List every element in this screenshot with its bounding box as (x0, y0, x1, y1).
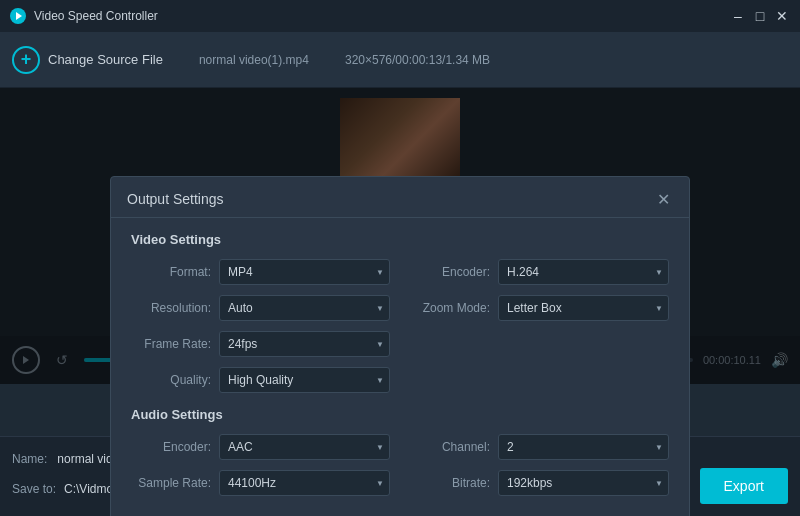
maximize-button[interactable]: □ (752, 8, 768, 24)
main-area: ↺ 00:00:10.11 🔊 Output Settings ✕ Video … (0, 88, 800, 384)
modal-overlay: Output Settings ✕ Video Settings Format:… (0, 88, 800, 384)
bitrate-label: Bitrate: (410, 476, 490, 490)
change-source-button[interactable]: + Change Source File (12, 46, 163, 74)
quality-row: Quality: High Quality (131, 367, 390, 393)
dialog-title: Output Settings (127, 191, 224, 207)
channel-select[interactable]: 2 (498, 434, 669, 460)
audio-settings-title: Audio Settings (131, 407, 669, 422)
name-label: Name: (12, 452, 47, 466)
encoder-select[interactable]: H.264 (498, 259, 669, 285)
encoder-row: Encoder: H.264 (410, 259, 669, 285)
sample-rate-label: Sample Rate: (131, 476, 211, 490)
frame-rate-select-wrapper: 24fps (219, 331, 390, 357)
file-name: normal video(1).mp4 (199, 53, 309, 67)
dialog-body: Video Settings Format: MP4 Encoder: (111, 218, 689, 516)
video-settings-title: Video Settings (131, 232, 669, 247)
video-settings-grid: Format: MP4 Encoder: H.264 (131, 259, 669, 393)
encoder-label: Encoder: (410, 265, 490, 279)
sample-rate-select-wrapper: 44100Hz (219, 470, 390, 496)
app-title: Video Speed Controller (34, 9, 158, 23)
saveto-label: Save to: (12, 482, 56, 496)
audio-settings-grid: Encoder: AAC Channel: 2 (131, 434, 669, 496)
audio-encoder-row: Encoder: AAC (131, 434, 390, 460)
title-bar: Video Speed Controller – □ ✕ (0, 0, 800, 32)
close-button[interactable]: ✕ (774, 8, 790, 24)
change-source-label: Change Source File (48, 52, 163, 67)
frame-rate-row: Frame Rate: 24fps (131, 331, 390, 357)
format-label: Format: (131, 265, 211, 279)
resolution-select[interactable]: Auto (219, 295, 390, 321)
zoom-mode-row: Zoom Mode: Letter Box (410, 295, 669, 321)
export-button[interactable]: Export (700, 468, 788, 504)
zoom-mode-label: Zoom Mode: (410, 301, 490, 315)
file-info: 320×576/00:00:13/1.34 MB (345, 53, 490, 67)
quality-label: Quality: (131, 373, 211, 387)
sample-rate-row: Sample Rate: 44100Hz (131, 470, 390, 496)
encoder-select-wrapper: H.264 (498, 259, 669, 285)
quality-select[interactable]: High Quality (219, 367, 390, 393)
dialog-header: Output Settings ✕ (111, 177, 689, 218)
audio-encoder-select[interactable]: AAC (219, 434, 390, 460)
dialog-close-button[interactable]: ✕ (653, 189, 673, 209)
resolution-label: Resolution: (131, 301, 211, 315)
output-settings-dialog: Output Settings ✕ Video Settings Format:… (110, 176, 690, 516)
frame-rate-select[interactable]: 24fps (219, 331, 390, 357)
bitrate-row: Bitrate: 192kbps (410, 470, 669, 496)
channel-select-wrapper: 2 (498, 434, 669, 460)
bitrate-select[interactable]: 192kbps (498, 470, 669, 496)
format-select-wrapper: MP4 (219, 259, 390, 285)
quality-select-wrapper: High Quality (219, 367, 390, 393)
svg-marker-0 (16, 12, 22, 20)
zoom-mode-select-wrapper: Letter Box (498, 295, 669, 321)
add-icon: + (12, 46, 40, 74)
minimize-button[interactable]: – (730, 8, 746, 24)
bitrate-select-wrapper: 192kbps (498, 470, 669, 496)
channel-label: Channel: (410, 440, 490, 454)
app-icon (10, 8, 26, 24)
toolbar: + Change Source File normal video(1).mp4… (0, 32, 800, 88)
frame-rate-label: Frame Rate: (131, 337, 211, 351)
sample-rate-select[interactable]: 44100Hz (219, 470, 390, 496)
window-controls: – □ ✕ (730, 8, 790, 24)
channel-row: Channel: 2 (410, 434, 669, 460)
format-row: Format: MP4 (131, 259, 390, 285)
resolution-select-wrapper: Auto (219, 295, 390, 321)
resolution-row: Resolution: Auto (131, 295, 390, 321)
format-select[interactable]: MP4 (219, 259, 390, 285)
zoom-mode-select[interactable]: Letter Box (498, 295, 669, 321)
audio-encoder-label: Encoder: (131, 440, 211, 454)
audio-encoder-select-wrapper: AAC (219, 434, 390, 460)
